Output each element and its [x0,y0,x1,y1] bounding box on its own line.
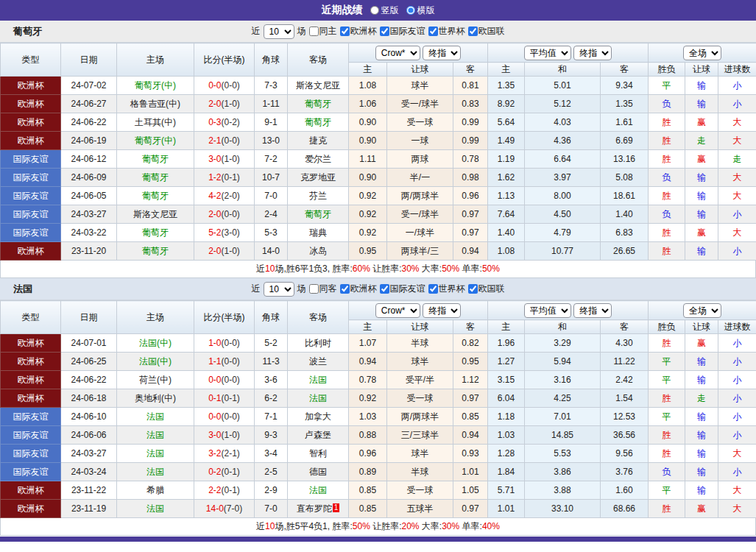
summary-text: 大率: [420,263,442,274]
corner-score: 10-7 [255,169,288,187]
vertical-radio-icon[interactable] [370,6,379,15]
table-row: 国际友谊24-03-27法国3-2(2-1)3-4智利0.96球半0.931.2… [1,445,756,463]
handicap-home-odds: 0.89 [349,463,387,481]
home-team-name: 葡萄牙(中) [135,80,176,91]
competition-checkbox-worldcup[interactable]: 世界杯 [428,283,465,295]
match-score[interactable]: 5-2(3-0) [194,224,255,242]
results-table: 类型 日期 主场 比分(半场) 角球 客场 Crow* 终指 平均值 终指 全场 [0,300,756,518]
match-score[interactable]: 1-1(0-0) [194,353,255,371]
match-score[interactable]: 0-0(0-0) [194,77,255,95]
same-home-checkbox[interactable]: 同主 [309,25,337,38]
result-handicap: 输 [685,205,718,224]
bookmaker-select[interactable]: Crow* [375,303,420,318]
match-score[interactable]: 14-0(7-0) [194,500,255,518]
handicap-away-odds: 1.12 [453,371,488,389]
competition-checkbox-euro[interactable]: 欧洲杯 [340,25,377,38]
result-handicap: 输 [685,371,718,389]
handicap-home-odds: 0.90 [349,113,387,132]
sub-header-handicap-result: 让球 [685,63,718,77]
competition-badge: 国际友谊 [1,426,61,445]
competition-checkbox-worldcup[interactable]: 世界杯 [428,25,465,38]
checkbox-icon[interactable] [340,284,350,294]
match-score[interactable]: 0-1(0-1) [194,389,255,408]
match-date: 24-06-12 [61,150,117,169]
sub-header-avg-home: 主 [488,320,525,334]
competition-badge: 欧洲杯 [1,113,61,132]
checkbox-icon[interactable] [468,284,478,294]
result-goals: 小 [718,463,756,481]
scope-controls: 全场 [649,301,756,320]
competition-checkbox-friendly[interactable]: 国际友谊 [380,25,425,38]
same-away-checkbox[interactable]: 同客 [309,283,337,295]
fulltime-score: 0-0 [208,80,221,91]
match-count-select[interactable]: 10 [264,24,294,39]
fulltime-score: 3-2 [208,448,221,459]
match-date: 24-06-19 [61,132,117,150]
halftime-score: (3-0) [222,227,240,238]
col-header-corner: 角球 [255,301,288,334]
table-row: 国际友谊24-06-12葡萄牙3-0(1-0)7-2爱尔兰1.11两球0.781… [1,150,756,169]
layout-radio-horizontal[interactable]: 横版 [406,4,435,17]
halftime-score: (1-0) [222,99,240,109]
sub-header-avg-home: 主 [488,63,525,77]
checkbox-icon[interactable] [468,26,478,36]
match-score[interactable]: 4-2(2-0) [194,187,255,205]
match-count-select[interactable]: 10 [264,282,294,297]
final-index-select[interactable]: 终指 [573,303,612,318]
checkbox-icon[interactable] [428,284,438,294]
avg-draw-odds: 3.29 [525,334,601,353]
fulltime-score: 3-0 [208,154,221,164]
final-index-select[interactable]: 终指 [423,46,461,60]
match-score[interactable]: 3-0(1-0) [194,426,255,445]
match-score[interactable]: 0-3(0-2) [194,113,255,132]
match-score[interactable]: 3-2(2-1) [194,445,255,463]
same-away-checkbox-icon[interactable] [309,284,319,294]
match-score[interactable]: 0-2(0-1) [194,463,255,481]
layout-radio-vertical[interactable]: 竖版 [370,4,399,17]
match-score[interactable]: 2-0(1-0) [194,242,255,261]
col-header-date: 日期 [61,43,117,77]
match-score[interactable]: 0-0(0-0) [194,408,255,426]
match-score[interactable]: 2-2(0-1) [194,481,255,500]
horizontal-radio-icon[interactable] [406,6,415,15]
competition-checkbox-euro[interactable]: 欧洲杯 [340,283,377,295]
match-score[interactable]: 1-2(0-1) [194,169,255,187]
scope-select[interactable]: 全场 [683,46,721,60]
final-index-select[interactable]: 终指 [423,303,461,318]
sub-header-avg-draw: 和 [525,320,601,334]
handicap-home-odds: 1.11 [349,150,387,169]
away-team: 葡萄牙 [288,95,349,113]
fulltime-score: 4-2 [208,191,221,201]
home-team-name: 斯洛文尼亚 [133,209,177,219]
competition-checkbox-friendly[interactable]: 国际友谊 [380,283,425,295]
competition-checkbox-nationsleague[interactable]: 欧国联 [468,283,505,295]
handicap-away-odds: 0.85 [453,408,488,426]
match-score[interactable]: 2-0(1-0) [194,95,255,113]
average-select[interactable]: 平均值 [524,303,571,318]
final-index-select[interactable]: 终指 [573,46,612,60]
checkbox-icon[interactable] [428,26,438,36]
competition-checkbox-nationsleague[interactable]: 欧国联 [468,25,505,38]
bookmaker-select[interactable]: Crow* [375,46,420,60]
match-score[interactable]: 3-0(1-0) [194,150,255,169]
match-score[interactable]: 1-0(0-0) [194,334,255,353]
fulltime-score: 2-0 [208,246,221,256]
avg-away-odds: 6.69 [601,132,649,150]
average-select[interactable]: 平均值 [524,46,571,60]
competition-badge: 国际友谊 [1,150,61,169]
match-score[interactable]: 2-0(0-0) [194,205,255,224]
fulltime-score: 0-0 [208,411,221,422]
checkbox-icon[interactable] [340,26,350,36]
same-home-checkbox-icon[interactable] [309,26,319,36]
corner-score: 7-2 [255,150,288,169]
corner-score: 6-2 [255,389,288,408]
result-goals: 大 [718,481,756,500]
scope-select[interactable]: 全场 [683,303,721,318]
match-score[interactable]: 0-0(0-0) [194,371,255,389]
match-date: 24-06-10 [61,408,117,426]
filter-bar: 法国 近 10 场 同客 欧洲杯 国际友谊 世界杯 欧国联 [0,278,756,300]
checkbox-icon[interactable] [380,26,389,36]
checkbox-icon[interactable] [380,284,389,294]
match-score[interactable]: 2-1(0-0) [194,132,255,150]
halftime-score: (0-1) [222,393,240,403]
